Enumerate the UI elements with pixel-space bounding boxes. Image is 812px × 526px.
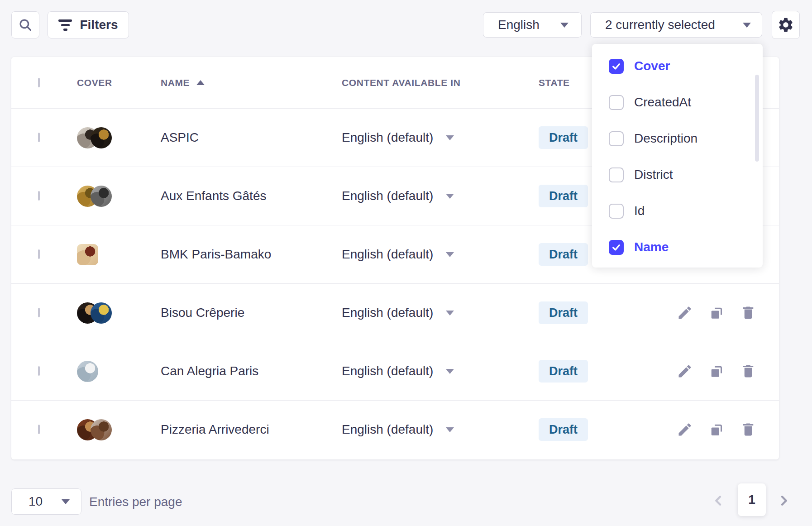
cover-image <box>91 302 112 324</box>
filters-button[interactable]: Filters <box>48 11 129 38</box>
cover-cell <box>77 127 161 148</box>
table-row: Pizzeria Arrivederci English (default) D… <box>11 400 779 459</box>
row-checkbox[interactable] <box>38 133 40 142</box>
cover-cell <box>77 302 161 324</box>
row-checkbox[interactable] <box>38 425 40 434</box>
cover-cell <box>77 186 161 207</box>
page-size-value: 10 <box>29 494 43 509</box>
column-option[interactable]: Cover <box>592 48 763 84</box>
locale-dropdown-value: English (default) <box>342 422 433 437</box>
duplicate-icon <box>708 305 725 321</box>
column-option-checkbox[interactable] <box>609 240 624 255</box>
locale-dropdown-value: English (default) <box>342 306 433 320</box>
row-checkbox[interactable] <box>38 249 40 259</box>
row-checkbox[interactable] <box>38 366 40 376</box>
row-checkbox[interactable] <box>38 191 40 201</box>
name-cell: Pizzeria Arrivederci <box>161 422 342 437</box>
cover-cell <box>77 361 161 382</box>
column-option-checkbox[interactable] <box>609 131 624 146</box>
locale-dropdown[interactable]: English (default) <box>342 422 539 437</box>
column-option-checkbox[interactable] <box>609 204 624 219</box>
cover-image <box>77 244 98 265</box>
row-actions <box>661 362 779 380</box>
chevron-down-icon <box>62 499 70 504</box>
trash-icon <box>740 421 756 438</box>
duplicate-icon <box>708 363 725 379</box>
trash-icon <box>740 305 756 321</box>
duplicate-button[interactable] <box>707 421 726 439</box>
column-option-checkbox[interactable] <box>609 59 624 74</box>
previous-page-button[interactable] <box>709 492 727 510</box>
name-cell: Aux Enfants Gâtés <box>161 189 342 203</box>
name-cell: BMK Paris-Bamako <box>161 247 342 262</box>
duplicate-button[interactable] <box>707 304 726 322</box>
column-option-checkbox[interactable] <box>609 167 624 182</box>
state-badge: Draft <box>539 243 588 266</box>
chevron-down-icon <box>446 252 454 257</box>
duplicate-button[interactable] <box>707 362 726 380</box>
state-badge: Draft <box>539 360 588 383</box>
column-option-label: Description <box>634 131 697 146</box>
chevron-down-icon <box>446 369 454 374</box>
locale-dropdown[interactable]: English (default) <box>342 189 539 203</box>
columns-select[interactable]: 2 currently selected <box>590 12 762 38</box>
edit-button[interactable] <box>676 304 694 322</box>
edit-button[interactable] <box>676 362 694 380</box>
delete-button[interactable] <box>739 421 757 439</box>
locale-dropdown-value: English (default) <box>342 364 433 378</box>
dropdown-scrollbar[interactable] <box>755 75 759 162</box>
pencil-icon <box>677 363 693 379</box>
locale-dropdown-value: English (default) <box>342 130 433 145</box>
edit-button[interactable] <box>676 421 694 439</box>
search-icon <box>18 17 33 33</box>
column-option[interactable]: Description <box>592 120 763 157</box>
entries-per-page-label: Entries per page <box>89 495 182 509</box>
locale-dropdown[interactable]: English (default) <box>342 130 539 145</box>
name-cell: Can Alegria Paris <box>161 364 342 378</box>
column-option-label: Cover <box>634 59 670 73</box>
column-option[interactable]: Id <box>592 193 763 229</box>
locale-select[interactable]: English <box>483 12 582 38</box>
cover-image <box>77 361 98 382</box>
page-1-button[interactable]: 1 <box>738 483 766 516</box>
locale-dropdown-value: English (default) <box>342 189 433 203</box>
chevron-down-icon <box>446 194 454 199</box>
column-option-list: Cover CreatedAt Description District <box>592 48 763 265</box>
locale-dropdown[interactable]: English (default) <box>342 364 539 378</box>
cover-cell <box>77 419 161 440</box>
column-option-label: Id <box>634 204 645 218</box>
column-option[interactable]: Name <box>592 229 763 265</box>
column-option[interactable]: CreatedAt <box>592 84 763 120</box>
page-1-label: 1 <box>748 493 755 507</box>
locale-dropdown-value: English (default) <box>342 247 433 262</box>
select-all-checkbox[interactable] <box>38 78 40 87</box>
next-page-button[interactable] <box>775 492 793 510</box>
page-size-select[interactable]: 10 <box>11 488 81 515</box>
column-option-checkbox[interactable] <box>609 95 624 110</box>
locale-dropdown[interactable]: English (default) <box>342 247 539 262</box>
name-cell: ASPIC <box>161 130 342 145</box>
columns-select-value: 2 currently selected <box>605 18 715 32</box>
column-option-label: Name <box>634 240 669 254</box>
locale-select-value: English <box>498 18 540 32</box>
pencil-icon <box>677 305 693 321</box>
chevron-down-icon <box>743 23 751 28</box>
settings-button[interactable] <box>772 11 800 39</box>
cover-image <box>91 127 112 148</box>
column-option[interactable]: District <box>592 157 763 193</box>
delete-button[interactable] <box>739 362 757 380</box>
state-badge: Draft <box>539 185 588 207</box>
column-header-cover: COVER <box>77 77 161 88</box>
locale-dropdown[interactable]: English (default) <box>342 306 539 320</box>
gear-icon <box>777 16 794 33</box>
column-header-content-available-in: CONTENT AVAILABLE IN <box>342 77 539 88</box>
row-checkbox[interactable] <box>38 308 40 317</box>
search-button[interactable] <box>11 11 39 38</box>
column-header-name[interactable]: NAME <box>161 77 342 88</box>
pencil-icon <box>677 421 693 438</box>
state-badge: Draft <box>539 418 588 441</box>
delete-button[interactable] <box>739 304 757 322</box>
state-badge: Draft <box>539 126 588 149</box>
cover-cell <box>77 244 161 265</box>
chevron-down-icon <box>446 427 454 432</box>
